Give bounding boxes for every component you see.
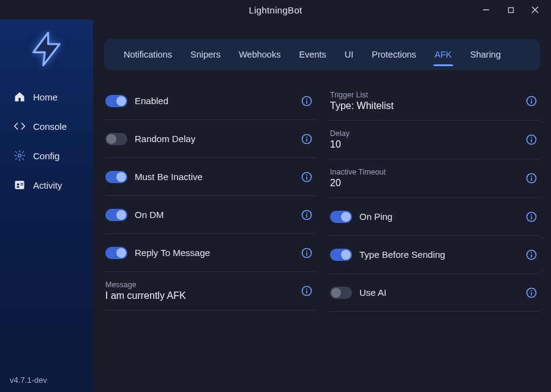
tab-protections[interactable]: Protections — [363, 39, 425, 70]
setting-value: I am currently AFK — [105, 290, 292, 301]
toggle-must_be_inactive[interactable] — [105, 171, 127, 183]
setting-kv-inactive_timeout[interactable]: Inactive Timeout20 — [330, 168, 517, 189]
settings-grid: EnabledRandom DelayMust Be InactiveOn DM… — [104, 82, 540, 312]
svg-point-43 — [531, 290, 532, 291]
toggle-type_before_sending[interactable] — [330, 249, 352, 261]
window-maximize-button[interactable] — [498, 1, 523, 19]
info-icon[interactable] — [524, 247, 539, 262]
tab-afk[interactable]: AFK — [426, 39, 460, 70]
info-icon[interactable] — [524, 132, 539, 147]
app-logo — [0, 20, 93, 78]
svg-point-6 — [17, 183, 20, 186]
setting-value: 10 — [330, 139, 517, 150]
svg-point-34 — [531, 176, 532, 177]
setting-row-on_dm: On DM — [104, 196, 315, 234]
info-icon[interactable] — [524, 171, 539, 186]
setting-label: On Ping — [359, 211, 392, 222]
window-minimize-button[interactable] — [474, 1, 498, 19]
toggle-use_ai[interactable] — [330, 287, 352, 299]
setting-row-random_delay: Random Delay — [104, 120, 315, 158]
setting-label: Type Before Sending — [359, 249, 445, 260]
main-pane: NotificationsSnipersWebhooksEventsUIProt… — [93, 20, 551, 392]
setting-key: Inactive Timeout — [330, 168, 517, 176]
info-icon[interactable] — [524, 209, 539, 224]
setting-value: 20 — [330, 178, 517, 189]
setting-kv-trigger_list[interactable]: Trigger ListType: Whitelist — [330, 91, 517, 111]
gear-icon — [13, 149, 26, 162]
profile-icon — [13, 179, 26, 191]
config-tabs: NotificationsSnipersWebhooksEventsUIProt… — [104, 39, 540, 70]
sidebar-item-console[interactable]: Console — [0, 111, 93, 141]
setting-row-use_ai: Use AI — [329, 274, 540, 312]
setting-label: Enabled — [135, 96, 168, 106]
close-icon — [531, 6, 539, 13]
svg-point-28 — [531, 99, 532, 100]
toggle-enabled[interactable] — [105, 95, 127, 107]
sidebar: HomeConsoleConfigActivity v4.7.1-dev — [0, 20, 93, 392]
tab-snipers[interactable]: Snipers — [182, 39, 229, 70]
tab-webhooks[interactable]: Webhooks — [230, 39, 289, 70]
setting-row-message: MessageI am currently AFK — [104, 272, 315, 311]
info-icon[interactable] — [299, 284, 314, 298]
info-icon[interactable] — [299, 132, 314, 146]
setting-key: Trigger List — [330, 91, 517, 99]
setting-label: Must Be Inactive — [135, 172, 203, 182]
toggle-on_dm[interactable] — [105, 209, 127, 221]
tab-notifications[interactable]: Notifications — [115, 39, 181, 70]
svg-point-37 — [531, 214, 532, 215]
sidebar-item-home[interactable]: Home — [0, 82, 93, 111]
sidebar-item-activity[interactable]: Activity — [0, 170, 93, 200]
setting-key: Message — [105, 281, 292, 289]
home-icon — [13, 91, 26, 103]
setting-row-trigger_list: Trigger ListType: Whitelist — [329, 82, 540, 121]
info-icon[interactable] — [524, 94, 539, 108]
sidebar-nav: HomeConsoleConfigActivity — [0, 78, 93, 203]
setting-kv-message[interactable]: MessageI am currently AFK — [105, 281, 292, 301]
svg-point-16 — [306, 174, 307, 175]
svg-point-4 — [18, 154, 21, 157]
settings-col-right: Trigger ListType: WhitelistDelay10Inacti… — [329, 82, 540, 312]
info-icon[interactable] — [299, 170, 314, 184]
sidebar-item-label: Config — [33, 151, 59, 161]
setting-row-must_be_inactive: Must Be Inactive — [104, 158, 315, 196]
tab-events[interactable]: Events — [290, 39, 334, 70]
setting-row-reply_to_message: Reply To Message — [104, 234, 315, 272]
info-icon[interactable] — [299, 94, 314, 108]
svg-point-25 — [306, 288, 307, 290]
tab-sharing[interactable]: Sharing — [462, 39, 509, 70]
svg-point-40 — [531, 252, 532, 253]
info-icon[interactable] — [299, 208, 314, 222]
version-label: v4.7.1-dev — [0, 368, 93, 392]
svg-point-19 — [306, 212, 307, 213]
svg-point-22 — [306, 250, 307, 251]
toggle-reply_to_message[interactable] — [105, 247, 127, 259]
info-icon[interactable] — [524, 285, 539, 300]
toggle-on_ping[interactable] — [330, 211, 352, 223]
setting-row-inactive_timeout: Inactive Timeout20 — [329, 159, 540, 198]
info-icon[interactable] — [299, 246, 314, 260]
setting-row-type_before_sending: Type Before Sending — [329, 236, 540, 274]
svg-rect-1 — [508, 7, 513, 12]
tab-ui[interactable]: UI — [336, 39, 362, 70]
setting-label: Random Delay — [135, 134, 195, 144]
toggle-random_delay[interactable] — [105, 133, 127, 145]
setting-row-on_ping: On Ping — [329, 198, 540, 236]
svg-point-10 — [306, 98, 307, 99]
setting-label: On DM — [135, 209, 164, 220]
setting-row-delay: Delay10 — [329, 121, 540, 159]
svg-point-13 — [306, 136, 307, 137]
window-controls — [474, 0, 547, 20]
code-icon — [13, 120, 26, 132]
setting-value: Type: Whitelist — [330, 100, 517, 111]
setting-kv-delay[interactable]: Delay10 — [330, 129, 517, 150]
sidebar-item-label: Activity — [33, 180, 62, 190]
lightning-icon — [27, 29, 66, 69]
app-title: LightningBot — [249, 5, 302, 15]
sidebar-item-config[interactable]: Config — [0, 141, 93, 170]
window-close-button[interactable] — [523, 1, 547, 19]
sidebar-item-label: Console — [33, 121, 67, 132]
maximize-icon — [508, 7, 514, 13]
minimize-icon — [482, 6, 490, 13]
titlebar: LightningBot — [0, 0, 551, 20]
sidebar-item-label: Home — [33, 92, 58, 102]
